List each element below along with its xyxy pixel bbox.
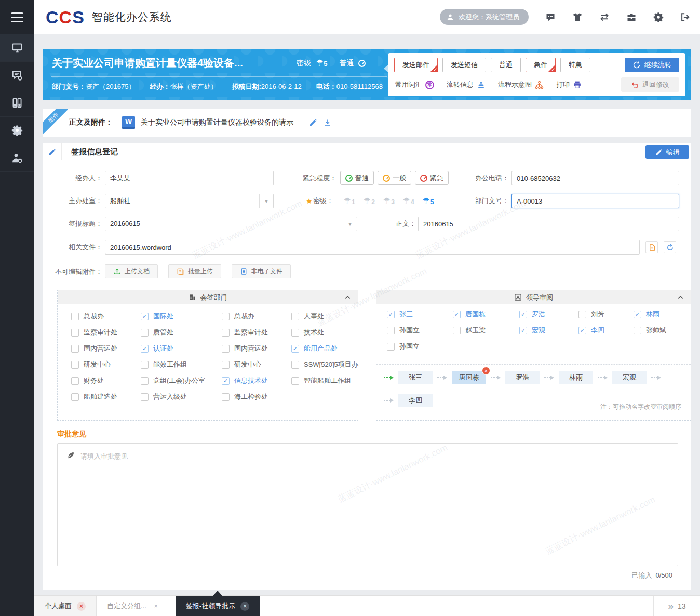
reviewer-order-tag[interactable]: 宏观 <box>612 371 647 384</box>
countersign-checkbox-item[interactable]: 研发中心 <box>222 359 291 370</box>
countersign-checkbox-item[interactable]: 监察审计处 <box>71 327 141 338</box>
dept-no-input[interactable] <box>511 194 679 208</box>
settings-icon[interactable] <box>653 12 664 22</box>
leader-checkbox-item[interactable]: 张帅斌 <box>634 325 688 336</box>
countersign-checkbox-item[interactable]: 海工检验处 <box>222 392 291 402</box>
doc-action-button[interactable]: 普通 <box>491 58 521 72</box>
comment-icon[interactable] <box>545 12 556 22</box>
urgency-option[interactable]: 普通 <box>340 171 374 185</box>
countersign-checkbox-item[interactable]: 总裁办 <box>222 311 291 322</box>
doc-action-button[interactable]: 急件✓ <box>526 58 556 72</box>
reviewer-order-tag[interactable]: 唐国栋× <box>452 371 486 384</box>
attachment-button[interactable]: 非电子文件 <box>232 264 291 278</box>
remove-icon[interactable]: × <box>482 367 490 375</box>
briefcase-icon[interactable] <box>626 12 637 22</box>
secrecy-level-1[interactable]: ☂1 <box>343 197 355 206</box>
opinion-textarea[interactable] <box>57 443 678 566</box>
host-office-select[interactable]: 船舶社 <box>105 194 274 208</box>
leader-checkbox-item[interactable]: ✓罗浩 <box>519 309 578 319</box>
refresh-button[interactable] <box>664 241 676 253</box>
countersign-checkbox-item[interactable]: 智能船舶工作组 <box>291 376 358 386</box>
tab-close-icon[interactable]: × <box>240 602 249 611</box>
countersign-checkbox-item[interactable]: 质管处 <box>141 327 222 338</box>
office-phone-input[interactable] <box>511 171 679 185</box>
countersign-checkbox-item[interactable]: 财务处 <box>71 376 141 386</box>
urgency-option[interactable]: 一般 <box>378 171 411 185</box>
countersign-checkbox-item[interactable]: 技术处 <box>291 327 358 338</box>
doc-action-button[interactable]: 继续流转 <box>625 58 679 72</box>
edit-button[interactable]: 编辑 <box>645 145 689 159</box>
doc-action-link[interactable]: 流程示意图 <box>498 80 544 89</box>
countersign-checkbox-item[interactable]: ✓认证处 <box>141 343 222 354</box>
reviewer-order-tag[interactable]: 张三 <box>398 371 433 384</box>
sidebar-item-messages[interactable] <box>0 62 34 89</box>
add-doc-button[interactable] <box>645 241 658 253</box>
countersign-checkbox-item[interactable]: SSW[520]5项目办 <box>291 359 358 370</box>
reviewer-order-tag[interactable]: 李四 <box>398 394 433 407</box>
countersign-checkbox-item[interactable]: ✓国际处 <box>141 311 222 322</box>
sidebar-item-archive[interactable] <box>0 89 34 117</box>
countersign-checkbox-item[interactable]: 船舶建造处 <box>71 392 141 402</box>
report-title-combo[interactable]: 20160615 <box>105 217 357 231</box>
workspace-tab[interactable]: 签报-社领导批示× <box>176 596 260 616</box>
secrecy-level-2[interactable]: ☂2 <box>363 197 375 206</box>
leader-checkbox-item[interactable]: ✓宏观 <box>519 325 578 336</box>
leader-checkbox-item[interactable]: 孙国立 <box>387 325 453 336</box>
workspace-tab[interactable]: 个人桌面× <box>34 596 97 616</box>
file-icon <box>240 267 248 275</box>
logout-icon[interactable] <box>680 12 691 22</box>
countersign-checkbox-item[interactable]: ✓信息技术处 <box>222 376 291 386</box>
secrecy-level-3[interactable]: ☂3 <box>383 197 395 206</box>
secrecy-level-4[interactable]: ☂4 <box>402 197 414 206</box>
leader-checkbox-item[interactable]: 刘芳 <box>578 309 634 319</box>
reviewer-order-tag[interactable]: 林雨 <box>559 371 593 384</box>
doc-action-button[interactable]: 发送邮件✓ <box>394 58 438 72</box>
countersign-checkbox-item[interactable]: 总裁办 <box>71 311 141 322</box>
workspace-tab[interactable]: 自定义分组...× <box>97 596 171 616</box>
handler-input[interactable] <box>105 171 274 185</box>
leader-checkbox-item[interactable]: ✓林雨 <box>634 309 688 319</box>
menu-toggle-icon[interactable] <box>0 0 34 34</box>
sidebar-item-users[interactable] <box>0 144 34 172</box>
countersign-checkbox-item[interactable]: 国内营运处 <box>71 343 141 354</box>
doc-action-button[interactable]: 特急 <box>560 58 590 72</box>
leader-checkbox-item[interactable]: 赵玉梁 <box>453 325 519 336</box>
attachment-file-name[interactable]: 关于实业公司申请购置计量仪器校验设备的请示 <box>141 118 293 127</box>
tab-close-icon[interactable]: × <box>77 602 86 611</box>
leader-checkbox-item[interactable]: ✓唐国栋 <box>453 309 519 319</box>
download-icon[interactable] <box>324 118 332 127</box>
body-input[interactable] <box>418 217 679 231</box>
countersign-checkbox-item[interactable]: 国内营运处 <box>222 343 291 354</box>
user-menu[interactable]: 欢迎您：系统管理员 <box>440 9 529 25</box>
doc-action-button[interactable]: 发送短信 <box>442 58 486 72</box>
countersign-checkbox-item[interactable]: 监察审计处 <box>222 327 291 338</box>
attachment-button[interactable]: 批量上传 <box>168 264 221 278</box>
sidebar-item-system[interactable] <box>0 117 34 144</box>
countersign-checkbox-item[interactable]: ✓船用产品处 <box>291 343 358 354</box>
countersign-checkbox-item[interactable]: 研发中心 <box>71 359 141 370</box>
countersign-checkbox-item[interactable]: 党组(工会)办公室 <box>141 376 222 386</box>
doc-action-link[interactable]: 流转信息 <box>447 80 486 89</box>
leader-checkbox-item[interactable]: ✓张三 <box>387 309 453 319</box>
doc-action-button[interactable]: 退回修改 <box>621 77 679 92</box>
chevron-up-icon[interactable] <box>677 293 684 301</box>
reviewer-order-tag[interactable]: 罗浩 <box>505 371 540 384</box>
leader-checkbox-item[interactable]: 孙国立 <box>387 341 453 352</box>
urgency-option[interactable]: 紧急 <box>415 171 449 185</box>
doc-action-link[interactable]: 打印 <box>556 80 582 89</box>
countersign-checkbox-item[interactable]: 营运入级处 <box>141 392 222 402</box>
countersign-checkbox-item[interactable]: 人事处 <box>291 311 358 322</box>
theme-icon[interactable] <box>572 12 583 22</box>
edit-icon[interactable] <box>309 118 317 127</box>
related-file-input[interactable] <box>105 240 640 255</box>
sidebar-item-desktop[interactable] <box>0 34 34 62</box>
attachment-button[interactable]: 上传文档 <box>105 264 158 278</box>
more-tabs-button[interactable]: » 13 <box>653 596 700 616</box>
tab-close-icon[interactable]: × <box>152 602 160 611</box>
secrecy-level-5[interactable]: ☂5 <box>422 197 434 206</box>
countersign-checkbox-item[interactable]: 能效工作组 <box>141 359 222 370</box>
leader-checkbox-item[interactable]: ✓李四 <box>578 325 634 336</box>
doc-action-link[interactable]: 常用词汇常 <box>395 80 434 89</box>
chevron-up-icon[interactable] <box>344 293 352 301</box>
transfer-icon[interactable] <box>599 12 610 22</box>
